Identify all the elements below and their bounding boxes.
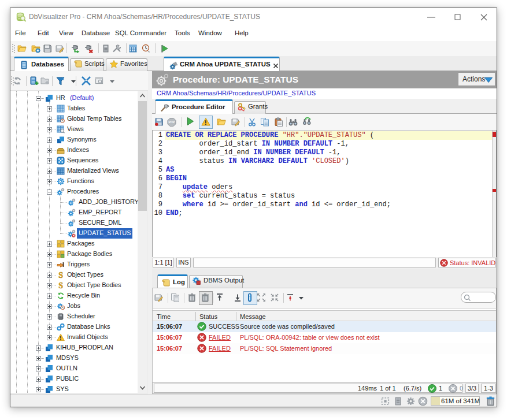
svg-text:S: S (58, 271, 63, 279)
svg-text:S: S (58, 281, 63, 289)
svg-text:STOP: STOP (168, 121, 175, 124)
